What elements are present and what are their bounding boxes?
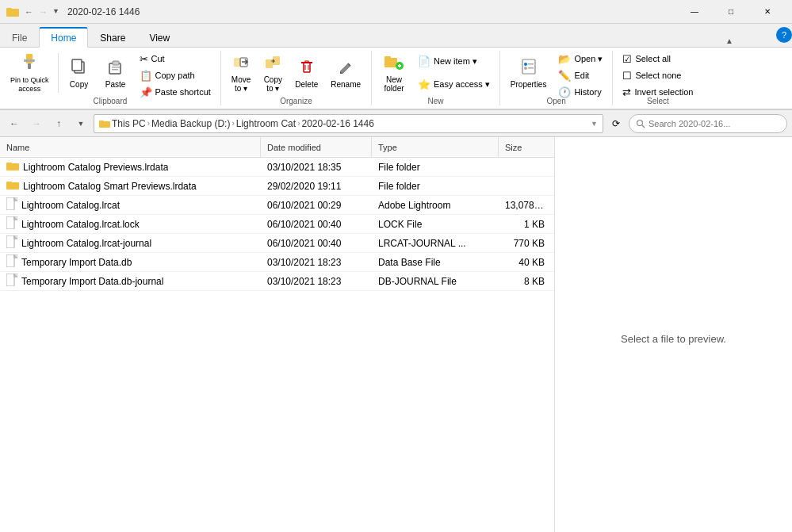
breadcrumb-current[interactable]: 2020-02-16 1446 — [301, 118, 373, 129]
help-button[interactable]: ? — [776, 27, 792, 43]
nav-down-icon[interactable]: ▼ — [51, 7, 61, 17]
easy-access-button[interactable]: ⭐ Easy access ▾ — [413, 76, 495, 92]
close-button[interactable]: ✕ — [749, 0, 786, 24]
new-label: New — [427, 97, 443, 105]
file-type: Data Base File — [372, 257, 499, 268]
file-name-text: Lightroom Catalog.lrcat — [21, 200, 120, 211]
svg-rect-31 — [6, 182, 12, 184]
delete-button[interactable]: Delete — [289, 51, 323, 95]
file-name-cell: Lightroom Catalog.lrcat.lock — [0, 216, 261, 232]
edit-button[interactable]: ✏️ Edit — [553, 67, 607, 83]
tab-home[interactable]: Home — [39, 27, 88, 48]
folder-icon — [6, 6, 19, 18]
copy-to-icon — [264, 53, 281, 74]
tab-view[interactable]: View — [137, 27, 182, 48]
tab-share[interactable]: Share — [88, 27, 137, 48]
tab-file[interactable]: File — [0, 27, 39, 48]
invert-label: Invert selection — [634, 87, 693, 97]
rename-button[interactable]: Rename — [325, 51, 366, 95]
preview-pane: Select a file to preview. — [554, 137, 792, 532]
organize-group: Moveto ▾ Copyto ▾ — [221, 51, 372, 105]
table-row[interactable]: Lightroom Catalog Previews.lrdata03/10/2… — [0, 158, 554, 177]
header-type[interactable]: Type — [372, 137, 499, 157]
nav-forward-icon[interactable]: → — [36, 7, 50, 17]
file-size: 1 KB — [499, 219, 554, 230]
new-item-button[interactable]: 📄 New item ▾ — [413, 54, 495, 70]
svg-rect-40 — [6, 274, 14, 286]
select-none-button[interactable]: ☐ Select none — [618, 67, 698, 83]
search-input[interactable] — [649, 119, 780, 128]
paste-button[interactable]: Paste — [98, 51, 133, 95]
table-row[interactable]: Lightroom Catalog Smart Previews.lrdata2… — [0, 177, 554, 196]
file-name-cell: Lightroom Catalog Smart Previews.lrdata — [0, 179, 261, 193]
cut-button[interactable]: ✂ Cut — [135, 51, 216, 67]
svg-rect-19 — [522, 59, 535, 74]
ribbon-content: Pin to Quickaccess Copy — [0, 48, 792, 109]
up-button[interactable]: ↑ — [49, 114, 68, 133]
paste-shortcut-label: Paste shortcut — [155, 87, 211, 97]
svg-point-22 — [524, 67, 527, 70]
svg-point-26 — [637, 120, 643, 125]
ribbon-collapse-icon[interactable]: ▲ — [722, 35, 737, 47]
file-icon — [6, 255, 17, 270]
svg-rect-34 — [6, 216, 14, 229]
table-row[interactable]: Temporary Import Data.db-journal03/10/20… — [0, 272, 554, 291]
svg-rect-21 — [528, 63, 534, 65]
copy-path-button[interactable]: 📋 Copy path — [135, 67, 216, 83]
file-date: 03/10/2021 18:23 — [261, 276, 372, 287]
copy-button[interactable]: Copy — [62, 51, 97, 95]
properties-icon — [520, 58, 538, 78]
breadcrumb-mediabk[interactable]: Media Backup (D:) — [151, 118, 230, 129]
table-row[interactable]: Temporary Import Data.db03/10/2021 18:23… — [0, 253, 554, 272]
forward-button[interactable]: → — [27, 114, 46, 133]
refresh-button[interactable]: ⟳ — [606, 114, 626, 133]
file-icon — [6, 235, 17, 251]
back-button[interactable]: ← — [5, 114, 24, 133]
easy-access-icon: ⭐ — [418, 78, 430, 90]
select-items: ☑ Select all ☐ Select none ⇄ Invert sele… — [618, 51, 698, 95]
file-type: LOCK File — [372, 219, 499, 230]
title-bar: ← → ▼ 2020-02-16 1446 — □ ✕ — [0, 0, 792, 24]
maximize-button[interactable]: □ — [713, 0, 749, 24]
select-all-button[interactable]: ☑ Select all — [618, 51, 698, 67]
svg-rect-10 — [112, 69, 118, 71]
search-icon — [636, 119, 645, 128]
table-row[interactable]: Lightroom Catalog.lrcat06/10/2021 00:29A… — [0, 196, 554, 215]
new-folder-icon — [384, 53, 404, 74]
header-name[interactable]: Name — [0, 137, 261, 157]
move-to-button[interactable]: Moveto ▾ — [226, 51, 256, 95]
file-name-text: Temporary Import Data.db — [21, 257, 132, 268]
breadcrumb-lrcat[interactable]: Lightroom Cat — [236, 118, 296, 129]
paste-shortcut-button[interactable]: 📌 Paste shortcut — [135, 84, 216, 100]
move-to-icon — [232, 53, 250, 74]
svg-rect-17 — [385, 56, 391, 59]
properties-button[interactable]: Properties — [505, 51, 553, 95]
open-group: Properties 📂 Open ▾ ✏️ Edit 🕐 History — [500, 51, 614, 105]
clipboard-items: Pin to Quickaccess Copy — [5, 51, 216, 95]
open-items: Properties 📂 Open ▾ ✏️ Edit 🕐 History — [505, 51, 608, 95]
open-button[interactable]: 📂 Open ▾ — [553, 51, 607, 67]
expand-button[interactable]: ▼ — [71, 114, 90, 133]
folder-icon — [6, 179, 19, 193]
file-name-text: Lightroom Catalog Smart Previews.lrdata — [23, 181, 197, 192]
svg-line-27 — [642, 125, 645, 128]
search-bar[interactable] — [629, 114, 787, 133]
minimize-button[interactable]: — — [676, 0, 713, 24]
file-date: 03/10/2021 18:35 — [261, 162, 372, 173]
new-folder-button[interactable]: Newfolder — [377, 51, 411, 95]
file-size: 770 KB — [499, 238, 554, 249]
file-type: LRCAT-JOURNAL ... — [372, 238, 499, 249]
table-row[interactable]: Lightroom Catalog.lrcat.lock06/10/2021 0… — [0, 215, 554, 234]
edit-icon: ✏️ — [558, 70, 571, 82]
header-size[interactable]: Size — [499, 137, 554, 157]
breadcrumb-dropdown-icon[interactable]: ▼ — [591, 120, 598, 128]
file-name-text: Lightroom Catalog.lrcat-journal — [21, 238, 151, 249]
breadcrumb-thispc[interactable]: This PC — [112, 118, 146, 129]
table-row[interactable]: Lightroom Catalog.lrcat-journal06/10/202… — [0, 234, 554, 253]
pin-to-quick-access-button[interactable]: Pin to Quickaccess — [5, 51, 55, 95]
copy-to-button[interactable]: Copyto ▾ — [258, 51, 288, 95]
new-small-col: 📄 New item ▾ ⭐ Easy access ▾ — [413, 51, 495, 95]
file-icon — [6, 216, 17, 232]
nav-back-icon[interactable]: ← — [22, 7, 36, 17]
header-date[interactable]: Date modified — [261, 137, 372, 157]
